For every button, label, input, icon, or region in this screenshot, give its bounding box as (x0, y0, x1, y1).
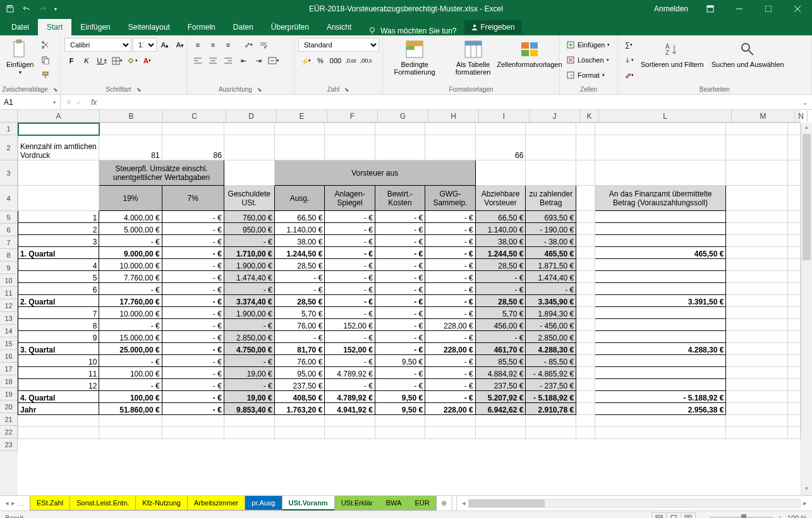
tab-insert[interactable]: Einfügen (71, 19, 119, 35)
cell[interactable]: - 38,00 € (526, 235, 576, 247)
cell[interactable] (726, 391, 788, 403)
cell[interactable]: - € (162, 391, 224, 403)
cell[interactable]: 7.760,00 € (99, 271, 162, 283)
sheet-tab[interactable]: USt.Erklär (334, 496, 380, 510)
cell[interactable] (425, 135, 476, 160)
cell[interactable]: - € (375, 235, 425, 247)
add-sheet-button[interactable]: ⊕ (436, 496, 452, 510)
insert-cells-button[interactable]: Einfügen ▾ (564, 38, 612, 52)
cell[interactable]: - € (274, 331, 325, 343)
row-header[interactable]: 21 (0, 413, 18, 426)
cell[interactable]: 2.956,38 € (595, 403, 726, 415)
cell[interactable]: 9 (18, 331, 99, 343)
cell[interactable]: - € (224, 319, 274, 331)
cell[interactable] (595, 259, 726, 271)
cell[interactable]: - € (99, 355, 162, 367)
cell[interactable]: 38,00 € (475, 235, 526, 247)
cell[interactable]: 1.900,00 € (224, 259, 274, 271)
cell[interactable]: 86 (162, 135, 224, 160)
redo-button[interactable] (35, 1, 51, 16)
cell[interactable]: 693,50 € (526, 211, 576, 223)
cell[interactable]: - € (224, 283, 274, 295)
cell[interactable]: 95,00 € (274, 367, 325, 379)
cell[interactable]: - € (425, 379, 476, 391)
cell[interactable] (595, 283, 726, 295)
cell[interactable] (726, 211, 788, 223)
cell[interactable]: 9,50 € (375, 355, 425, 367)
zoom-in-button[interactable]: + (778, 514, 782, 519)
cell[interactable]: Geschuldete USt. (224, 186, 274, 211)
cell[interactable] (788, 367, 801, 379)
cell[interactable] (576, 403, 595, 415)
cell[interactable] (576, 355, 595, 367)
cell[interactable]: - € (375, 283, 425, 295)
row-header[interactable]: 23 (0, 438, 18, 451)
wrap-text-button[interactable] (257, 38, 270, 52)
cell[interactable]: - € (425, 307, 476, 319)
spreadsheet-grid[interactable]: ABCDEFGHIJKLMN 1234567891011121314151617… (0, 110, 812, 495)
row-header[interactable]: 1 (0, 123, 18, 135)
cell[interactable]: - € (162, 367, 224, 379)
cell[interactable]: 1.140,00 € (274, 223, 325, 235)
cell[interactable] (576, 223, 595, 235)
cell[interactable]: 1.900,00 € (224, 307, 274, 319)
cell[interactable] (788, 403, 801, 415)
cell[interactable]: 2. Quartal (18, 295, 99, 307)
cell[interactable]: 1 (18, 211, 99, 223)
cell[interactable]: 51.860,00 € (99, 403, 162, 415)
cell[interactable] (18, 427, 99, 439)
sheet-tab[interactable]: USt.Voranm (282, 496, 335, 510)
tab-file[interactable]: Datei (3, 19, 38, 35)
row-header[interactable]: 16 (0, 350, 18, 363)
cell[interactable] (18, 186, 99, 211)
decrease-decimal-button[interactable]: ,00,0 (359, 54, 373, 68)
row-header[interactable]: 17 (0, 363, 18, 375)
cell[interactable]: - 237,50 € (526, 379, 576, 391)
cell[interactable] (595, 235, 726, 247)
cell[interactable]: 28,50 € (274, 295, 325, 307)
cell[interactable]: 81,70 € (274, 343, 325, 355)
cell[interactable]: 100,00 € (99, 367, 162, 379)
cell[interactable]: - 5.188,92 € (595, 391, 726, 403)
cell[interactable]: Jahr (18, 403, 99, 415)
cell[interactable]: 100,00 € (99, 391, 162, 403)
cell[interactable]: 1.710,00 € (224, 247, 274, 259)
cell[interactable]: 38,00 € (274, 235, 325, 247)
cell[interactable]: 1.474,40 € (224, 271, 274, 283)
cell[interactable]: - € (99, 379, 162, 391)
column-header[interactable]: G (378, 110, 428, 122)
format-table-button[interactable]: Als Tabelle formatieren (445, 38, 500, 77)
autosum-button[interactable]: ∑ ▾ (622, 38, 636, 52)
cell[interactable]: 3.345,90 € (526, 295, 576, 307)
delete-cells-button[interactable]: Löschen ▾ (564, 53, 612, 67)
cell[interactable]: 2.850,00 € (526, 331, 576, 343)
cell[interactable]: Vorsteuer aus (274, 160, 475, 186)
cell[interactable] (475, 415, 526, 427)
cell[interactable]: 237,50 € (475, 379, 526, 391)
cell[interactable]: 1.244,50 € (274, 247, 325, 259)
fx-icon[interactable]: fx (87, 98, 100, 107)
cell[interactable]: 5.207,92 € (475, 391, 526, 403)
cell[interactable] (576, 259, 595, 271)
minimize-button[interactable] (725, 0, 754, 18)
cell[interactable]: 461,70 € (475, 343, 526, 355)
view-layout-button[interactable] (666, 512, 681, 519)
cell[interactable]: - € (325, 235, 375, 247)
cell[interactable] (99, 415, 162, 427)
cell[interactable] (162, 427, 224, 439)
cell[interactable] (726, 295, 788, 307)
cell[interactable] (224, 135, 274, 160)
cell[interactable] (576, 307, 595, 319)
align-dialog[interactable]: ⬊ (257, 87, 262, 93)
row-header[interactable]: 13 (0, 312, 18, 325)
cell[interactable]: - € (162, 319, 224, 331)
cell[interactable] (576, 235, 595, 247)
accounting-format-button[interactable]: ⚡▾ (298, 54, 312, 68)
sheet-tab[interactable]: Kfz-Nutzung (135, 496, 188, 510)
cell[interactable]: 9,50 € (375, 403, 425, 415)
cell[interactable]: 4. Quartal (18, 391, 99, 403)
cell[interactable]: GWG-Sammelp. (425, 186, 476, 211)
cell[interactable] (325, 415, 375, 427)
cell[interactable] (274, 427, 325, 439)
cell[interactable]: 465,50 € (526, 247, 576, 259)
